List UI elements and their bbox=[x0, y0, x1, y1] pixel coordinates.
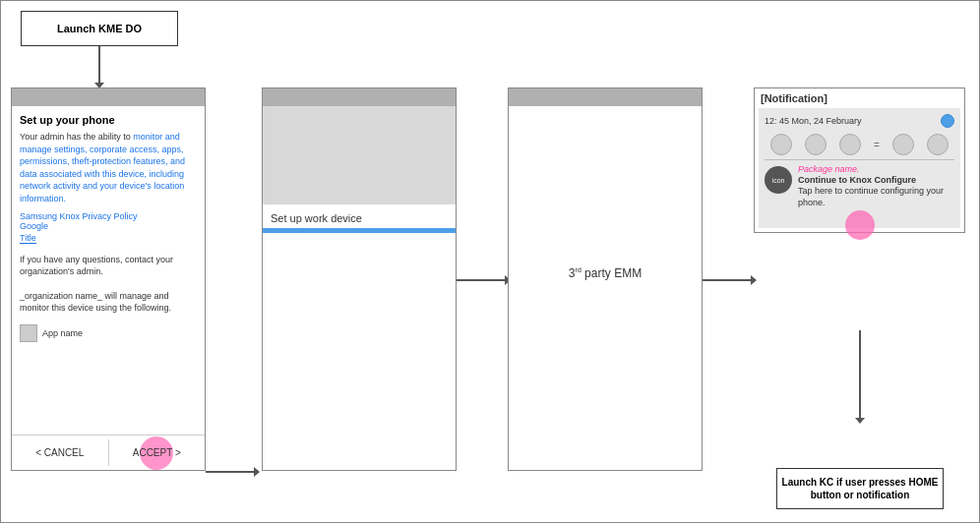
arrow-down-launch-icon bbox=[98, 46, 100, 84]
launch-kc-box: Launch KC if user presses HOME button or… bbox=[776, 468, 944, 509]
accept-button[interactable]: ACCEPT > bbox=[109, 439, 206, 466]
notification-blue-circle bbox=[941, 114, 954, 128]
launch-kme-label: Launch KME DO bbox=[57, 23, 142, 34]
notif-circle-3 bbox=[839, 134, 861, 155]
notification-content-row: icon Package name. Continue to Knox Conf… bbox=[765, 164, 954, 208]
arrow-right-1-icon bbox=[206, 471, 255, 473]
cancel-button[interactable]: < CANCEL bbox=[12, 439, 109, 466]
phone2-gray-area bbox=[263, 106, 456, 204]
phone1-body: Your admin has the ability to monitor an… bbox=[20, 131, 197, 205]
notification-circles-row: = bbox=[765, 134, 954, 155]
notification-time: 12: 45 Mon, 24 February bbox=[765, 116, 862, 126]
notification-inner: 12: 45 Mon, 24 February = icon Package n… bbox=[759, 108, 960, 228]
phone1-link-title[interactable]: Title bbox=[20, 233, 36, 244]
phone2-blue-bar bbox=[263, 228, 456, 233]
phone3-body: 3rd party EMM bbox=[509, 106, 702, 440]
app-icon bbox=[20, 324, 37, 342]
phone1-footer: < CANCEL ACCEPT > bbox=[12, 435, 205, 470]
notif-text-block: Package name. Continue to Knox Configure… bbox=[798, 164, 954, 208]
notif-equals: = bbox=[874, 140, 880, 150]
app-name-row: App name bbox=[20, 324, 197, 342]
phone-screen-2: Set up work device bbox=[262, 87, 457, 471]
app-name-label: App name bbox=[42, 328, 83, 338]
notification-box: [Notification] 12: 45 Mon, 24 February =… bbox=[754, 87, 965, 233]
notif-circle-4 bbox=[892, 134, 914, 155]
phone3-label: 3rd party EMM bbox=[569, 266, 642, 280]
phone1-link-samsung[interactable]: Samsung Knox Privacy Policy bbox=[20, 211, 197, 221]
arrow-right-2-icon bbox=[457, 279, 506, 281]
notif-package-name: Package name. bbox=[798, 164, 954, 174]
notif-circle-1 bbox=[770, 134, 792, 155]
phone2-header bbox=[263, 88, 456, 106]
notif-highlight bbox=[845, 210, 875, 240]
notif-circle-2 bbox=[805, 134, 827, 155]
phone1-manage: _organization name_ will manage and moni… bbox=[20, 290, 197, 315]
arrow-down-notif-icon bbox=[859, 330, 861, 419]
notif-app-icon: icon bbox=[765, 166, 792, 194]
phone1-link-google[interactable]: Google bbox=[20, 221, 197, 231]
phone-header-1 bbox=[12, 88, 205, 106]
phone1-contact: If you have any questions, contact your … bbox=[20, 254, 197, 278]
phone1-title: Set up your phone bbox=[20, 114, 197, 126]
notif-title: Continue to Knox Configure bbox=[798, 175, 954, 185]
phone2-setup-label: Set up work device bbox=[263, 204, 456, 228]
phone-screen-1: Set up your phone Your admin has the abi… bbox=[11, 87, 206, 471]
phone-screen-3: 3rd party EMM bbox=[508, 87, 703, 471]
phone3-header bbox=[509, 88, 702, 106]
notif-body: Tap here to continue configuring your ph… bbox=[798, 186, 954, 208]
notification-divider bbox=[765, 159, 954, 160]
launch-kc-label: Launch KC if user presses HOME button or… bbox=[777, 476, 943, 501]
arrow-right-3-icon bbox=[703, 279, 752, 281]
launch-kme-box: Launch KME DO bbox=[21, 11, 178, 46]
notif-circle-5 bbox=[927, 134, 949, 155]
notification-bracket-label: [Notification] bbox=[755, 88, 964, 108]
